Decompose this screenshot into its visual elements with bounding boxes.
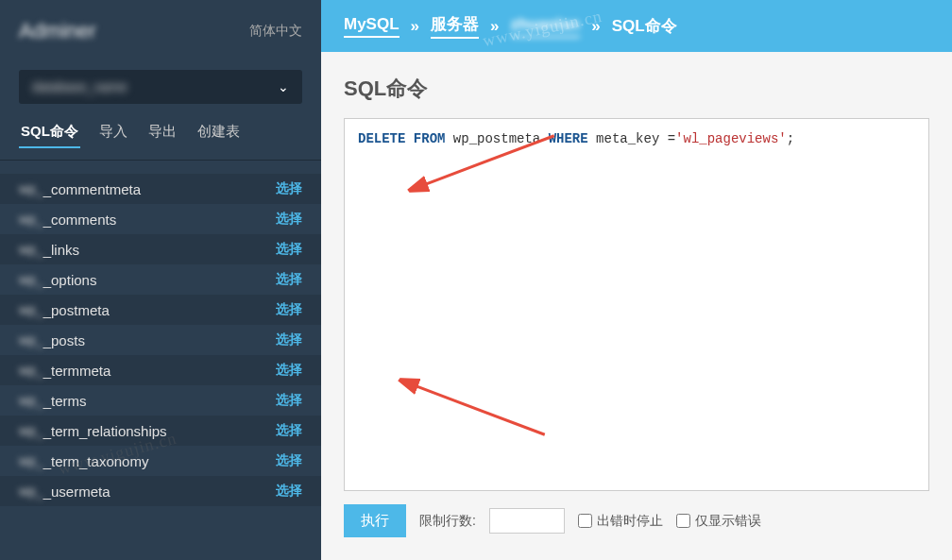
- execute-button[interactable]: 执行: [344, 504, 406, 537]
- table-row[interactable]: wp__usermeta选择: [0, 476, 321, 506]
- table-row[interactable]: wp__posts选择: [0, 325, 321, 355]
- database-selector[interactable]: database_name ⌄: [19, 70, 302, 104]
- breadcrumb-current: SQL命令: [612, 15, 677, 37]
- table-row[interactable]: wp__term_taxonomy选择: [0, 446, 321, 476]
- table-row[interactable]: wp__options选择: [0, 264, 321, 295]
- action-bar: 执行 限制行数: 出错时停止 仅显示错误: [344, 504, 929, 537]
- sidebar: Adminer 简体中文 database_name ⌄ SQL命令 导入 导出…: [0, 0, 321, 560]
- table-row[interactable]: wp__links选择: [0, 234, 321, 264]
- content-area: SQL命令 DELETE FROM wp_postmeta WHERE meta…: [321, 52, 952, 560]
- select-link[interactable]: 选择: [276, 241, 302, 258]
- table-row[interactable]: wp__termmeta选择: [0, 355, 321, 385]
- breadcrumb-server[interactable]: 服务器: [431, 13, 479, 39]
- table-name: _postmeta: [43, 302, 276, 318]
- table-name: _term_relationships: [43, 423, 276, 439]
- breadcrumb-separator: »: [411, 17, 419, 36]
- select-link[interactable]: 选择: [276, 331, 302, 348]
- tab-export[interactable]: 导出: [146, 117, 178, 148]
- database-name: database_name: [32, 79, 278, 94]
- select-link[interactable]: 选择: [276, 422, 302, 439]
- table-row[interactable]: wp__term_relationships选择: [0, 416, 321, 446]
- table-name: _usermeta: [43, 484, 276, 500]
- table-name: _commentmeta: [43, 181, 276, 197]
- breadcrumb-database[interactable]: zhuanlan: [511, 15, 581, 38]
- page-title: SQL命令: [344, 75, 929, 103]
- stop-on-error-checkbox[interactable]: 出错时停止: [578, 513, 663, 530]
- table-list: wp__commentmeta选择 wp__comments选择 wp__lin…: [0, 161, 321, 560]
- table-name: _terms: [43, 393, 276, 409]
- select-link[interactable]: 选择: [276, 271, 302, 288]
- breadcrumb-separator: »: [591, 17, 600, 36]
- chevron-down-icon: ⌄: [278, 79, 289, 94]
- logo: Adminer: [19, 19, 96, 43]
- select-link[interactable]: 选择: [276, 362, 302, 379]
- breadcrumb-engine[interactable]: MySQL: [344, 15, 400, 38]
- limit-label: 限制行数:: [419, 513, 476, 530]
- select-link[interactable]: 选择: [276, 301, 302, 318]
- table-name: _links: [43, 242, 276, 258]
- main-content: MySQL » 服务器 » zhuanlan » SQL命令 SQL命令 DEL…: [321, 0, 952, 560]
- select-link[interactable]: 选择: [276, 180, 302, 197]
- tab-create-table[interactable]: 创建表: [196, 117, 242, 148]
- select-link[interactable]: 选择: [276, 211, 302, 228]
- only-errors-checkbox[interactable]: 仅显示错误: [676, 513, 761, 530]
- tab-import[interactable]: 导入: [97, 117, 129, 148]
- tab-sql-command[interactable]: SQL命令: [19, 117, 80, 148]
- sql-editor[interactable]: DELETE FROM wp_postmeta WHERE meta_key =…: [344, 118, 929, 491]
- stop-on-error-input[interactable]: [578, 514, 592, 528]
- only-errors-input[interactable]: [676, 514, 690, 528]
- table-name: _options: [43, 272, 276, 288]
- table-name: _comments: [43, 212, 276, 228]
- table-row[interactable]: wp__postmeta选择: [0, 295, 321, 325]
- table-row[interactable]: wp__comments选择: [0, 204, 321, 234]
- table-name: _posts: [43, 332, 276, 348]
- table-name: _termmeta: [43, 363, 276, 379]
- breadcrumb-separator: »: [490, 17, 499, 36]
- table-name: _term_taxonomy: [43, 453, 276, 469]
- language-label[interactable]: 简体中文: [249, 23, 302, 40]
- select-link[interactable]: 选择: [276, 452, 302, 469]
- table-row[interactable]: wp__commentmeta选择: [0, 174, 321, 204]
- sidebar-tabs: SQL命令 导入 导出 创建表: [0, 117, 321, 161]
- logo-area: Adminer 简体中文: [0, 0, 321, 62]
- select-link[interactable]: 选择: [276, 392, 302, 409]
- limit-rows-input[interactable]: [489, 508, 565, 534]
- breadcrumb: MySQL » 服务器 » zhuanlan » SQL命令: [321, 0, 952, 52]
- table-row[interactable]: wp__terms选择: [0, 385, 321, 416]
- select-link[interactable]: 选择: [276, 483, 302, 500]
